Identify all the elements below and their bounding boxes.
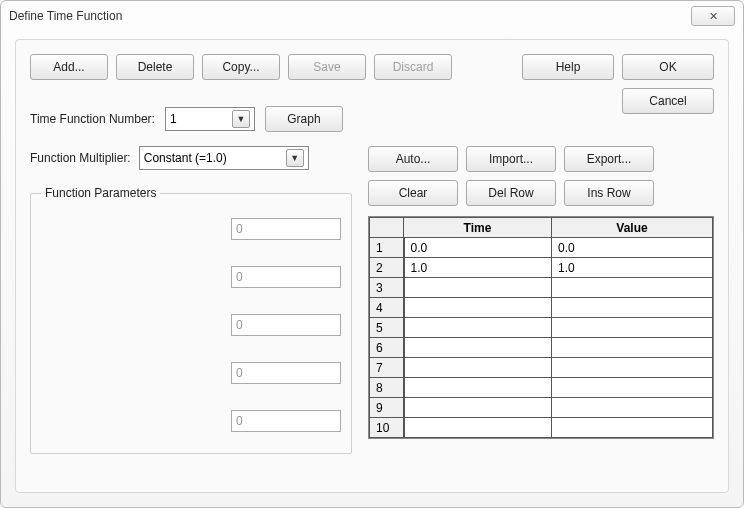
table-row[interactable]: 6 [370,338,713,358]
chevron-down-icon: ▼ [232,110,250,128]
param-4-input [231,362,341,384]
table-row[interactable]: 10.00.0 [370,238,713,258]
row-index: 6 [370,338,404,358]
window-title: Define Time Function [9,9,691,23]
discard-button: Discard [374,54,452,80]
cell-value[interactable] [552,278,713,298]
delete-button[interactable]: Delete [116,54,194,80]
row-index: 8 [370,378,404,398]
table-row[interactable]: 21.01.0 [370,258,713,278]
dialog-define-time-function: Define Time Function ✕ Add... Delete Cop… [0,0,744,508]
table-row[interactable]: 7 [370,358,713,378]
time-value-table[interactable]: Time Value 10.00.021.01.0345678910 [368,216,714,439]
save-button: Save [288,54,366,80]
table-row[interactable]: 8 [370,378,713,398]
clear-button[interactable]: Clear [368,180,458,206]
function-parameters-group: Function Parameters [30,186,352,454]
mult-value: Constant (=1.0) [144,151,227,165]
tfn-label: Time Function Number: [30,112,155,126]
row-index: 1 [370,238,404,258]
row-index: 9 [370,398,404,418]
cell-time[interactable] [404,338,552,358]
cell-value[interactable] [552,318,713,338]
cell-value[interactable] [552,418,713,438]
row-index: 7 [370,358,404,378]
help-button[interactable]: Help [522,54,614,80]
chevron-down-icon: ▼ [286,149,304,167]
cell-value[interactable] [552,338,713,358]
cell-time[interactable] [404,378,552,398]
ok-button[interactable]: OK [622,54,714,80]
cell-value[interactable] [552,358,713,378]
close-button[interactable]: ✕ [691,6,735,26]
param-3-input [231,314,341,336]
cell-time[interactable] [404,298,552,318]
mult-label: Function Multiplier: [30,151,131,165]
tfn-combo[interactable]: 1 ▼ [165,107,255,131]
table-row[interactable]: 4 [370,298,713,318]
cell-value[interactable] [552,378,713,398]
cell-time[interactable]: 1.0 [404,258,552,278]
param-5-input [231,410,341,432]
param-2-input [231,266,341,288]
cell-value[interactable]: 1.0 [552,258,713,278]
cell-value[interactable] [552,398,713,418]
cancel-button[interactable]: Cancel [622,88,714,114]
graph-button[interactable]: Graph [265,106,343,132]
cell-time[interactable]: 0.0 [404,238,552,258]
row-index: 10 [370,418,404,438]
row-index: 2 [370,258,404,278]
table-row[interactable]: 9 [370,398,713,418]
copy-button[interactable]: Copy... [202,54,280,80]
cell-time[interactable] [404,418,552,438]
cell-value[interactable] [552,298,713,318]
row-header-blank [370,218,404,238]
cell-time[interactable] [404,318,552,338]
params-legend: Function Parameters [41,186,160,200]
tfn-value: 1 [170,112,177,126]
row-index: 3 [370,278,404,298]
mult-combo[interactable]: Constant (=1.0) ▼ [139,146,309,170]
col-value: Value [552,218,713,238]
col-time: Time [404,218,552,238]
row-index: 4 [370,298,404,318]
param-1-input [231,218,341,240]
table-row[interactable]: 5 [370,318,713,338]
cell-time[interactable] [404,398,552,418]
cell-time[interactable] [404,278,552,298]
delrow-button[interactable]: Del Row [466,180,556,206]
close-icon: ✕ [709,10,718,23]
add-button[interactable]: Add... [30,54,108,80]
auto-button[interactable]: Auto... [368,146,458,172]
row-index: 5 [370,318,404,338]
export-button[interactable]: Export... [564,146,654,172]
import-button[interactable]: Import... [466,146,556,172]
insrow-button[interactable]: Ins Row [564,180,654,206]
cell-time[interactable] [404,358,552,378]
cell-value[interactable]: 0.0 [552,238,713,258]
titlebar: Define Time Function ✕ [1,1,743,31]
table-row[interactable]: 10 [370,418,713,438]
table-row[interactable]: 3 [370,278,713,298]
